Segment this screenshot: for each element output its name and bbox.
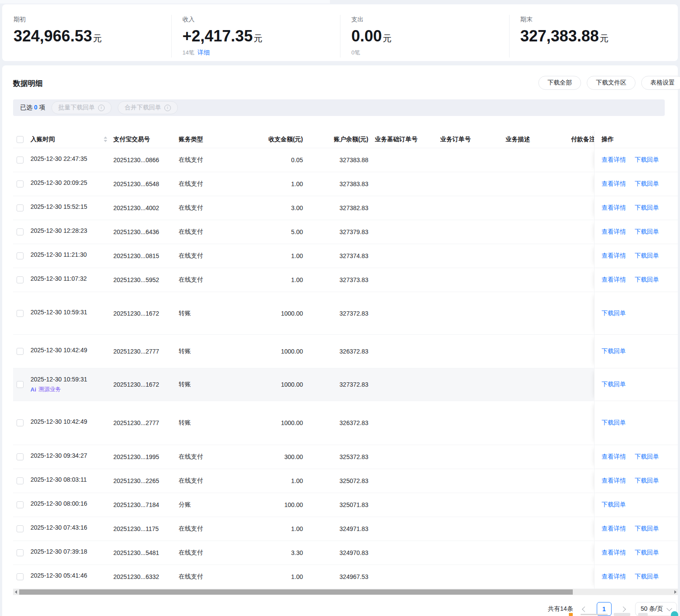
download-filezone-button[interactable]: 下载文件区 — [587, 76, 636, 90]
row-balance: 327383.83 — [309, 172, 375, 196]
row-base-order — [375, 517, 440, 541]
download-receipt-link[interactable]: 下载回单 — [635, 549, 659, 557]
download-receipt-link[interactable]: 下载回单 — [635, 477, 659, 485]
view-detail-link[interactable]: 查看详情 — [602, 477, 626, 485]
view-detail-link[interactable]: 查看详情 — [602, 453, 626, 461]
row-checkbox[interactable] — [17, 549, 24, 556]
merge-download-receipts-button[interactable]: 合并下载回单i — [118, 101, 178, 114]
col-header-base-order: 业务基础订单号 — [375, 131, 440, 148]
page-number-button[interactable]: 1 — [597, 602, 612, 616]
select-all-checkbox[interactable] — [17, 136, 24, 143]
view-detail-link[interactable]: 查看详情 — [602, 204, 626, 212]
scroll-left-arrow[interactable] — [13, 589, 18, 595]
download-all-button[interactable]: 下载全部 — [538, 76, 581, 90]
view-detail-link[interactable]: 查看详情 — [602, 252, 626, 260]
table-settings-button[interactable]: 表格设置 — [641, 76, 680, 90]
row-checkbox[interactable] — [17, 180, 24, 187]
row-transaction-id: 20251230...7184 — [113, 493, 179, 517]
view-detail-link[interactable]: 查看详情 — [602, 228, 626, 236]
row-checkbox[interactable] — [17, 453, 24, 460]
row-checkbox[interactable] — [17, 477, 24, 484]
horizontal-scrollbar[interactable] — [13, 589, 678, 595]
download-receipt-link[interactable]: 下载回单 — [635, 525, 659, 533]
row-checkbox[interactable] — [17, 252, 24, 259]
row-balance: 324967.53 — [309, 565, 375, 589]
next-page-button[interactable] — [618, 602, 629, 616]
view-detail-link[interactable]: 查看详情 — [602, 180, 626, 188]
row-transaction-id: 20251230...2777 — [113, 335, 179, 368]
floating-help-button[interactable] — [671, 611, 678, 616]
row-description — [506, 368, 571, 401]
prev-page-button[interactable] — [580, 602, 590, 616]
download-receipt-link[interactable]: 下载回单 — [602, 347, 626, 355]
row-amount: 300.00 — [244, 445, 309, 469]
download-receipt-link[interactable]: 下载回单 — [602, 419, 626, 427]
batch-download-receipts-button[interactable]: 批量下载回单i — [51, 101, 112, 114]
download-receipt-link[interactable]: 下载回单 — [635, 573, 659, 581]
view-detail-link[interactable]: 查看详情 — [602, 549, 626, 557]
download-receipt-link[interactable]: 下载回单 — [635, 204, 659, 212]
row-checkbox[interactable] — [17, 419, 24, 426]
caret-up-icon — [104, 136, 107, 139]
table-body: 2025-12-30 22:47:35 20251230...0866 在线支付… — [13, 148, 678, 589]
row-balance: 327372.83 — [309, 368, 375, 401]
trace-business-tag[interactable]: Ai 溯源业务 — [31, 385, 87, 393]
row-base-order — [375, 148, 440, 172]
row-amount: 1.00 — [244, 469, 309, 493]
total-count-label: 共有14条 — [548, 605, 573, 613]
row-business-type: 在线支付 — [179, 565, 244, 589]
income-detail-link[interactable]: 详细 — [197, 49, 210, 56]
row-order — [440, 268, 506, 292]
row-time: 2025-12-30 09:34:27 — [31, 452, 87, 459]
table-row: 2025-12-30 12:28:23 20251230...6436 在线支付… — [13, 220, 678, 244]
row-transaction-id: 20251230...1995 — [113, 445, 179, 469]
table-row: 2025-12-30 08:00:16 20251230...7184 分账 1… — [13, 493, 678, 517]
download-receipt-link[interactable]: 下载回单 — [635, 180, 659, 188]
row-checkbox[interactable] — [17, 573, 24, 580]
row-time: 2025-12-30 11:07:32 — [31, 275, 87, 282]
row-base-order — [375, 196, 440, 220]
download-receipt-link[interactable]: 下载回单 — [635, 453, 659, 461]
summary-expense: 支出 0.00元 0笔 — [340, 16, 509, 61]
scroll-right-arrow[interactable] — [673, 589, 678, 595]
row-balance: 325372.83 — [309, 445, 375, 469]
scrollbar-thumb[interactable] — [19, 589, 573, 595]
summary-label: 支出 — [351, 16, 509, 24]
row-checkbox[interactable] — [17, 157, 24, 163]
row-remark — [571, 445, 594, 469]
view-detail-link[interactable]: 查看详情 — [602, 276, 626, 284]
row-checkbox[interactable] — [17, 228, 24, 235]
view-detail-link[interactable]: 查看详情 — [602, 573, 626, 581]
row-description — [506, 292, 571, 334]
download-receipt-link[interactable]: 下载回单 — [602, 501, 626, 509]
table-row: 2025-12-30 07:43:16 20251230...1175 在线支付… — [13, 517, 678, 541]
row-checkbox[interactable] — [17, 204, 24, 211]
row-checkbox[interactable] — [17, 348, 24, 355]
row-transaction-id: 20251230...1672 — [113, 292, 179, 334]
row-order — [440, 445, 506, 469]
row-checkbox[interactable] — [17, 310, 24, 317]
download-receipt-link[interactable]: 下载回单 — [635, 252, 659, 260]
row-base-order — [375, 292, 440, 334]
table-row: 2025-12-30 15:52:15 20251230...4002 在线支付… — [13, 196, 678, 220]
row-description — [506, 469, 571, 493]
row-amount: 1000.00 — [244, 335, 309, 368]
row-checkbox[interactable] — [17, 525, 24, 532]
row-time: 2025-12-30 10:59:31 — [31, 309, 87, 316]
download-receipt-link[interactable]: 下载回单 — [602, 310, 626, 317]
download-receipt-link[interactable]: 下载回单 — [602, 381, 626, 388]
row-base-order — [375, 493, 440, 517]
row-checkbox[interactable] — [17, 381, 24, 388]
download-receipt-link[interactable]: 下载回单 — [635, 156, 659, 164]
row-base-order — [375, 565, 440, 589]
sort-control[interactable] — [104, 136, 107, 142]
row-description — [506, 148, 571, 172]
summary-value: 324,966.53元 — [14, 28, 171, 44]
view-detail-link[interactable]: 查看详情 — [602, 525, 626, 533]
download-receipt-link[interactable]: 下载回单 — [635, 228, 659, 236]
download-receipt-link[interactable]: 下载回单 — [635, 276, 659, 284]
view-detail-link[interactable]: 查看详情 — [602, 156, 626, 164]
row-checkbox[interactable] — [17, 276, 24, 283]
row-balance: 326372.83 — [309, 401, 375, 445]
row-checkbox[interactable] — [17, 501, 24, 508]
